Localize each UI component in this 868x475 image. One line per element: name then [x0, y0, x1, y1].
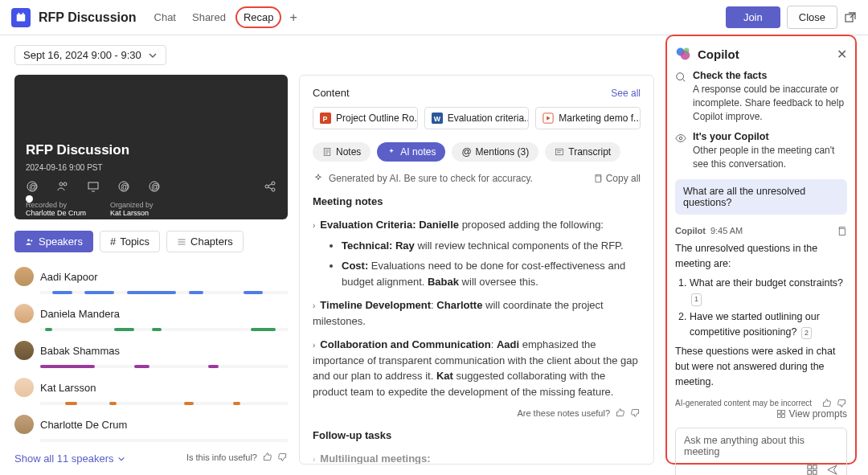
reference-badge[interactable]: 1 — [691, 293, 702, 306]
ai-notes-tab[interactable]: AI notes — [377, 142, 445, 162]
avatar — [14, 267, 34, 286]
video-time: 00:00 / 29:16 — [96, 221, 148, 231]
sparkle-icon — [387, 147, 396, 157]
svg-text:CC: CC — [216, 223, 223, 229]
screen-share-icon[interactable] — [87, 180, 100, 193]
hash-icon: # — [110, 235, 116, 248]
svg-point-17 — [272, 182, 275, 185]
search-icon — [675, 72, 686, 83]
reference-badge[interactable]: 2 — [801, 327, 812, 340]
svg-point-18 — [272, 188, 275, 191]
tab-chat[interactable]: Chat — [148, 8, 182, 27]
svg-text:@: @ — [151, 182, 159, 191]
list-icon — [177, 237, 186, 247]
tab-recap[interactable]: Recap — [235, 6, 282, 28]
mentions-tab[interactable]: @ Mentions (3) — [452, 142, 538, 162]
transcript-icon — [555, 147, 564, 157]
mention-icon-2[interactable]: @ — [117, 180, 130, 193]
thumbs-down-icon[interactable] — [630, 407, 641, 418]
speaker-row[interactable]: Kat Larsson — [14, 375, 288, 400]
video-player[interactable]: RFP Discussion 2024-09-16 9:00 PST @ @ @… — [14, 75, 288, 219]
svg-rect-2 — [23, 12, 24, 14]
bot-name: Copilot — [675, 226, 706, 235]
tab-shared[interactable]: Shared — [186, 8, 232, 27]
svg-text:@: @ — [29, 182, 37, 191]
svg-rect-11 — [88, 182, 98, 189]
meeting-notes-title: Meeting notes — [313, 195, 641, 207]
prompts-grid-icon[interactable] — [806, 464, 818, 475]
svg-point-16 — [265, 185, 268, 188]
popout-icon[interactable] — [844, 11, 857, 24]
copilot-logo-icon — [675, 46, 691, 62]
avatar — [14, 341, 34, 360]
speaker-row[interactable]: Aadi Kapoor — [14, 264, 288, 289]
svg-rect-42 — [808, 465, 812, 469]
volume-icon[interactable] — [79, 220, 90, 231]
at-icon: @ — [461, 146, 471, 158]
speaker-row[interactable]: Charlotte De Crum — [14, 412, 288, 437]
svg-rect-0 — [17, 14, 26, 21]
yours-text: Other people in the meeting can't see th… — [693, 144, 847, 171]
notes-icon — [322, 147, 332, 157]
mention-icon[interactable]: @ — [26, 180, 39, 193]
tab-add[interactable]: + — [285, 7, 301, 28]
transcript-tab[interactable]: Transcript — [545, 142, 620, 162]
thumbs-up-icon[interactable] — [262, 452, 272, 462]
date-text: Sept 16, 2024 9:00 - 9:30 — [23, 49, 141, 61]
view-prompts[interactable]: View prompts — [675, 408, 847, 420]
svg-point-34 — [684, 48, 690, 54]
cc-icon[interactable]: CC — [214, 220, 225, 231]
copy-icon[interactable] — [837, 226, 847, 236]
notes-useful-label: Are these notes useful? — [517, 408, 610, 418]
speed[interactable]: 1x — [231, 221, 241, 231]
svg-rect-44 — [808, 470, 812, 474]
doc-item[interactable]: Marketing demo f... — [535, 107, 641, 129]
doc-item[interactable]: W Evaluation criteria... — [424, 107, 530, 129]
share-video-icon[interactable] — [264, 180, 276, 193]
speaker-row[interactable]: Daniela Mandera — [14, 301, 288, 326]
settings-icon[interactable] — [248, 220, 259, 231]
copy-all-button[interactable]: Copy all — [593, 173, 641, 184]
notes-tab[interactable]: Notes — [313, 142, 371, 162]
word-icon: W — [432, 113, 443, 124]
copilot-title: Copilot — [698, 47, 739, 61]
thumbs-up-icon[interactable] — [615, 407, 625, 418]
svg-rect-40 — [777, 414, 780, 417]
svg-rect-45 — [813, 470, 817, 474]
prompts-icon — [776, 409, 786, 419]
chevron-down-icon — [148, 51, 158, 60]
close-icon[interactable]: ✕ — [837, 47, 847, 62]
copilot-response: The unresolved questions in the meeting … — [675, 241, 847, 390]
thumbs-down-icon[interactable] — [837, 398, 847, 408]
svg-point-21 — [252, 224, 255, 227]
mention-icon-3[interactable]: @ — [148, 180, 161, 193]
svg-point-9 — [59, 182, 63, 186]
speaker-row[interactable]: Babak Shammas — [14, 338, 288, 363]
note-item: ›Evaluation Criteria: Danielle proposed … — [313, 217, 641, 289]
svg-rect-38 — [777, 410, 780, 413]
thumbs-down-icon[interactable] — [277, 452, 288, 462]
thumbs-up-icon[interactable] — [821, 398, 832, 408]
note-item: ›Multilingual meetings: — [313, 451, 641, 465]
see-all-link[interactable]: See all — [611, 88, 641, 99]
topics-pill[interactable]: # Topics — [100, 231, 160, 252]
speakers-pill[interactable]: Speakers — [14, 231, 93, 252]
video-date: 2024-09-16 9:00 PST — [26, 163, 276, 172]
forward-icon[interactable] — [61, 220, 72, 231]
doc-item[interactable]: P Project Outline Ro... — [313, 107, 418, 129]
check-facts-text: A response could be inaccurate or incomp… — [693, 83, 847, 123]
chapters-pill[interactable]: Chapters — [166, 231, 244, 252]
svg-rect-30 — [556, 149, 563, 155]
people-icon[interactable] — [56, 180, 69, 193]
svg-point-22 — [27, 239, 30, 241]
date-selector[interactable]: Sept 16, 2024 9:00 - 9:30 — [14, 45, 166, 65]
send-icon[interactable] — [826, 464, 838, 475]
fullscreen-icon[interactable] — [265, 220, 276, 231]
rewind-icon[interactable] — [43, 220, 55, 231]
copilot-input[interactable]: Ask me anything about this meeting — [675, 428, 847, 475]
join-button[interactable]: Join — [726, 6, 780, 28]
play-icon[interactable] — [26, 220, 37, 231]
svg-rect-3 — [845, 14, 853, 22]
svg-text:@: @ — [121, 182, 129, 191]
close-button[interactable]: Close — [787, 6, 837, 29]
